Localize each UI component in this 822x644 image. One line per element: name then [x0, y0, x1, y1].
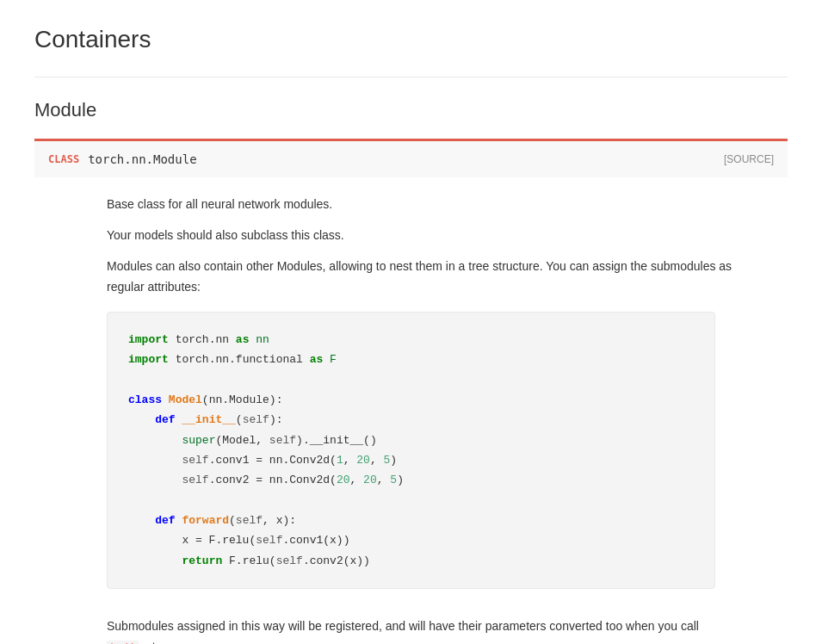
code-line-6: self.conv1 = nn.Conv2d(1, 20, 5) — [128, 450, 694, 470]
class-name: torch.nn.Module — [88, 150, 196, 169]
description-2: Your models should also subclass this cl… — [34, 226, 788, 246]
bottom-note: Submodules assigned in this way will be … — [34, 603, 788, 644]
class-header: CLASS torch.nn.Module [SOURCE] — [34, 139, 788, 177]
source-link[interactable]: [SOURCE] — [724, 152, 774, 168]
bottom-note-prefix: Submodules assigned in this way will be … — [107, 619, 699, 633]
code-line-5: super(Model, self).__init__() — [128, 430, 694, 450]
code-block: import torch.nn as nn import torch.nn.fu… — [107, 312, 715, 590]
bottom-note-code: to() — [107, 641, 139, 644]
class-label: CLASS — [48, 152, 79, 168]
code-line-8: def forward(self, x): — [128, 511, 694, 530]
code-line-10: return F.relu(self.conv2(x)) — [128, 551, 694, 571]
code-line-2: import torch.nn.functional as F — [128, 350, 694, 369]
code-line-3: class Model(nn.Module): — [128, 390, 694, 410]
bottom-note-suffix: , etc. — [139, 640, 164, 644]
divider — [34, 77, 788, 77]
section-title: Module — [34, 95, 788, 125]
code-line-1: import torch.nn as nn — [128, 330, 694, 350]
code-line-7: self.conv2 = nn.Conv2d(20, 20, 5) — [128, 470, 694, 490]
code-line-4: def __init__(self): — [128, 410, 694, 430]
code-line-9: x = F.relu(self.conv1(x)) — [128, 530, 694, 550]
page-title: Containers — [34, 21, 788, 59]
description-3: Modules can also contain other Modules, … — [34, 257, 788, 298]
description-1: Base class for all neural network module… — [34, 195, 788, 215]
